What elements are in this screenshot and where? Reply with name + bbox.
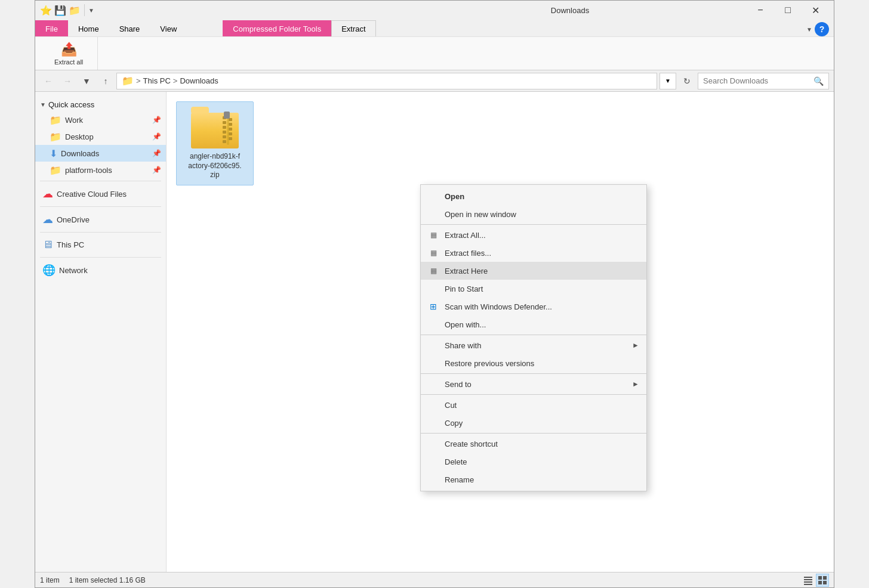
sidebar-label-desktop: Desktop <box>65 132 149 141</box>
tab-view[interactable]: View <box>150 20 187 37</box>
ribbon-group-extract: 📤 Extract all <box>40 37 98 70</box>
ctx-open-with-label: Open with... <box>445 320 486 329</box>
sidebar-item-network[interactable]: 🌐 Network <box>35 260 166 280</box>
forward-button[interactable]: → <box>59 73 76 89</box>
ctx-rename[interactable]: Rename <box>421 471 646 488</box>
details-view-button[interactable] <box>802 574 815 587</box>
sidebar-item-platform-tools[interactable]: 📁 platform-tools 📌 <box>35 162 166 178</box>
ctx-open-new-window-label: Open in new window <box>445 210 516 219</box>
title-separator <box>84 4 85 16</box>
ctx-create-shortcut[interactable]: Create shortcut <box>421 435 646 453</box>
network-icon: 🌐 <box>42 264 56 277</box>
sidebar-item-downloads[interactable]: ⬇ Downloads 📌 <box>35 145 166 162</box>
ctx-extract-all-icon: ▦ <box>428 231 439 239</box>
help-button[interactable]: ? <box>815 22 829 36</box>
ctx-shortcut-label: Create shortcut <box>445 440 498 448</box>
ctx-send-to[interactable]: Send to ► <box>421 375 646 393</box>
sidebar-label-downloads: Downloads <box>61 149 149 158</box>
ctx-scan-label: Scan with Windows Defender... <box>445 302 552 311</box>
ribbon: File Home Share View Compressed Folder T… <box>35 20 834 70</box>
onedrive-icon: ☁ <box>42 213 53 226</box>
ribbon-collapse-btn[interactable]: ▼ <box>806 26 812 33</box>
sidebar-divider-1 <box>40 181 161 181</box>
quick-access-header[interactable]: ▼ Quick access <box>35 97 166 112</box>
svg-rect-7 <box>223 135 226 138</box>
refresh-button[interactable]: ↻ <box>679 73 695 89</box>
sidebar-label-work: Work <box>65 116 149 125</box>
zip-folder-svg <box>191 107 239 150</box>
extract-all-button[interactable]: 📤 Extract all <box>50 39 88 68</box>
ctx-extract-files-icon: ▦ <box>428 249 439 257</box>
ctx-open-with[interactable]: Open with... <box>421 315 646 333</box>
title-bar-left: ⭐ 💾 📁 ▼ <box>40 4 393 16</box>
search-input[interactable] <box>703 76 813 85</box>
tab-share[interactable]: Share <box>109 20 150 37</box>
back-button[interactable]: ← <box>40 73 57 89</box>
ctx-open-new-window[interactable]: Open in new window <box>421 205 646 223</box>
platform-tools-folder-icon: 📁 <box>50 165 61 176</box>
tab-extract[interactable]: Extract <box>331 20 375 37</box>
svg-rect-12 <box>229 132 232 135</box>
downloads-icon: ⬇ <box>50 148 57 159</box>
path-this-pc[interactable]: This PC <box>143 76 171 85</box>
recent-locations-button[interactable]: ▼ <box>78 73 95 89</box>
work-pin-icon: 📌 <box>152 116 161 124</box>
large-icons-view-icon <box>818 575 827 585</box>
content-area: angler-nbd91k-factory-6f206c95.zip Open … <box>167 92 834 572</box>
ctx-copy[interactable]: Copy <box>421 414 646 432</box>
ctx-sep-2 <box>421 335 646 335</box>
ctx-cut[interactable]: Cut <box>421 396 646 414</box>
file-label: angler-nbd91k-factory-6f206c95.zip <box>188 152 241 180</box>
svg-rect-18 <box>804 584 812 585</box>
svg-rect-17 <box>804 581 812 583</box>
window-controls: − □ ✕ <box>747 1 829 20</box>
search-box[interactable]: 🔍 <box>698 73 829 89</box>
downloads-pin-icon: 📌 <box>152 149 161 157</box>
ctx-sep-5 <box>421 433 646 434</box>
ctx-open[interactable]: Open <box>421 187 646 205</box>
window-title: Downloads <box>393 6 747 15</box>
status-selected-info: 1 item selected 1.16 GB <box>69 576 146 584</box>
maximize-button[interactable]: □ <box>774 1 802 20</box>
ctx-extract-all[interactable]: ▦ Extract All... <box>421 226 646 244</box>
save-icon[interactable]: 💾 <box>54 4 66 16</box>
svg-rect-11 <box>229 128 232 131</box>
close-button[interactable]: ✕ <box>802 1 829 20</box>
ctx-extract-here[interactable]: ▦ Extract Here <box>421 262 646 280</box>
ctx-send-to-label: Send to <box>445 380 472 389</box>
tab-home[interactable]: Home <box>68 20 109 37</box>
svg-rect-14 <box>224 112 230 119</box>
tab-compressed-folder-tools[interactable]: Compressed Folder Tools <box>223 20 331 37</box>
ctx-pin-to-start[interactable]: Pin to Start <box>421 280 646 298</box>
address-path[interactable]: 📁 > This PC > Downloads <box>116 73 657 89</box>
ctx-pin-label: Pin to Start <box>445 284 483 293</box>
zip-folder-icon <box>191 107 239 150</box>
address-dropdown-button[interactable]: ▼ <box>660 73 676 89</box>
tab-file[interactable]: File <box>35 20 68 37</box>
ctx-extract-files[interactable]: ▦ Extract files... <box>421 244 646 262</box>
sidebar-label-onedrive: OneDrive <box>57 215 90 224</box>
sidebar-item-work[interactable]: 📁 Work 📌 <box>35 112 166 128</box>
up-button[interactable]: ↑ <box>97 73 114 89</box>
sidebar-item-this-pc[interactable]: 🖥 This PC <box>35 235 166 255</box>
path-downloads[interactable]: Downloads <box>180 76 218 85</box>
ctx-extract-files-label: Extract files... <box>445 249 491 258</box>
desktop-pin-icon: 📌 <box>152 132 161 141</box>
title-dropdown-arrow[interactable]: ▼ <box>88 7 94 14</box>
ctx-delete[interactable]: Delete <box>421 453 646 471</box>
context-menu: Open Open in new window ▦ Extract All...… <box>420 184 647 491</box>
large-icons-view-button[interactable] <box>816 574 829 587</box>
ctx-share-with[interactable]: Share with ► <box>421 336 646 354</box>
sidebar-item-desktop[interactable]: 📁 Desktop 📌 <box>35 128 166 145</box>
sidebar-item-creative-cloud[interactable]: ☁ Creative Cloud Files <box>35 184 166 204</box>
ctx-extract-here-label: Extract Here <box>445 267 488 276</box>
ctx-scan-defender[interactable]: ⊞ Scan with Windows Defender... <box>421 298 646 315</box>
sidebar-item-onedrive[interactable]: ☁ OneDrive <box>35 209 166 230</box>
status-bar-right <box>802 574 829 587</box>
title-bar: ⭐ 💾 📁 ▼ Downloads − □ ✕ <box>35 1 834 20</box>
file-item-zip[interactable]: angler-nbd91k-factory-6f206c95.zip <box>176 101 254 185</box>
minimize-button[interactable]: − <box>747 1 774 20</box>
path-sep2: > <box>173 76 178 85</box>
ctx-restore-versions[interactable]: Restore previous versions <box>421 354 646 372</box>
explorer-window: ⭐ 💾 📁 ▼ Downloads − □ ✕ File Home Share … <box>35 0 834 588</box>
